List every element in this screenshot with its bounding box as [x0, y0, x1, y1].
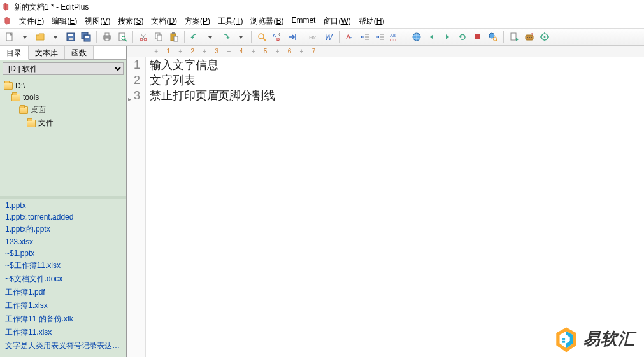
folder-label: 桌面 [31, 104, 46, 115]
save-button[interactable] [64, 30, 78, 44]
file-item[interactable]: 工作簿1.xlsx [0, 299, 126, 312]
file-list[interactable]: 1.pptx1.pptx.torrent.added1.pptx的.pptx12… [0, 199, 126, 357]
undo-button[interactable] [188, 30, 202, 44]
file-item[interactable]: ~$工作簿11.xlsx [0, 259, 126, 272]
svg-point-48 [527, 37, 528, 38]
ruler: ----+----1----+----2----+----3----+----4… [127, 46, 644, 57]
goto-button[interactable] [285, 30, 299, 44]
menu-2[interactable]: 视图(V) [81, 15, 114, 28]
browser-home-button[interactable] [410, 30, 424, 44]
code-line[interactable]: 输入文字信息 [150, 57, 644, 73]
indent-button[interactable] [373, 30, 387, 44]
editor[interactable]: 123 输入文字信息文字列表禁止打印页眉页脚分割线 [127, 57, 644, 357]
svg-line-23 [263, 38, 266, 41]
macro-button[interactable]: ? [522, 30, 536, 44]
drive-select-input[interactable]: [D:] 软件 [3, 62, 124, 75]
refresh-button[interactable] [455, 30, 469, 44]
svg-point-22 [259, 34, 264, 39]
line-number: 2 [127, 73, 140, 88]
file-item[interactable]: 1.pptx的.pptx [0, 223, 126, 236]
file-item[interactable]: 文字是人类用表义符号记录表达信! [0, 339, 126, 353]
outdent-button[interactable] [358, 30, 372, 44]
menu-5[interactable]: 方案(P) [181, 15, 214, 28]
file-item[interactable]: ~$1.pptx [0, 248, 126, 259]
run-button[interactable] [507, 30, 521, 44]
svg-rect-2 [68, 34, 73, 36]
code-line[interactable]: 禁止打印页眉页脚分割线 [150, 88, 644, 103]
file-item[interactable]: 123.xlsx [0, 236, 126, 248]
paste-button[interactable] [167, 30, 181, 44]
folder-item[interactable]: 文件 [0, 116, 126, 130]
preview-button[interactable] [115, 30, 129, 44]
svg-rect-8 [105, 33, 109, 36]
folder-icon [11, 94, 20, 101]
folder-item[interactable]: tools [0, 92, 126, 103]
menu-1[interactable]: 编辑(E) [48, 15, 81, 28]
file-item[interactable]: 工作簿1.pdf [0, 286, 126, 299]
file-item[interactable]: 工作簿11.xlsx [0, 326, 126, 339]
toolbar: AB Hx W Aa ABCD ? [0, 28, 644, 46]
svg-rect-42 [475, 34, 480, 39]
new-file-button[interactable] [3, 30, 17, 44]
browser-back-button[interactable] [425, 30, 439, 44]
sidebar-tab-functions[interactable]: 函数 [65, 46, 94, 59]
svg-rect-62 [562, 341, 565, 343]
redo-button[interactable] [218, 30, 233, 44]
browser-fwd-button[interactable] [440, 30, 454, 44]
file-item[interactable]: 1.pptx [0, 200, 126, 211]
app-icon [3, 3, 11, 11]
line-number: 3 [127, 88, 140, 103]
drive-selector[interactable]: [D:] 软件 [3, 62, 124, 75]
svg-rect-18 [157, 35, 162, 41]
menu-9[interactable]: 窗口(W) [319, 15, 354, 28]
replace-button[interactable]: AB [270, 30, 284, 44]
open-file-button[interactable] [33, 30, 47, 44]
file-item[interactable]: ~$文档文件.docx [0, 272, 126, 286]
menu-3[interactable]: 搜索(S) [114, 15, 147, 28]
copy-button[interactable] [152, 30, 166, 44]
watermark: 易软汇 [554, 326, 635, 351]
sidebar-tab-directory[interactable]: 目录 [0, 46, 29, 60]
menu-0[interactable]: 文件(F) [15, 15, 48, 28]
menu-8[interactable]: Emmet [287, 15, 319, 28]
print-button[interactable] [100, 30, 114, 44]
svg-text:A: A [273, 33, 276, 38]
wordwrap-button[interactable]: W [322, 30, 336, 44]
menu-6[interactable]: 工具(T) [214, 15, 247, 28]
app-menu-icon[interactable] [4, 17, 13, 25]
redo-dropdown[interactable] [234, 30, 248, 44]
folder-icon [4, 82, 13, 90]
folder-item[interactable]: 桌面 [0, 103, 126, 116]
code-content[interactable]: 输入文字信息文字列表禁止打印页眉页脚分割线 [146, 57, 644, 357]
undo-dropdown[interactable] [203, 30, 217, 44]
settings-button[interactable] [538, 30, 552, 44]
new-file-dropdown[interactable] [18, 30, 32, 44]
window-title: 新的文档1 * - EditPlus [14, 2, 89, 13]
sidebar: 目录 文本库 函数 [D:] 软件 D:\tools桌面文件 1.pptx1.p… [0, 46, 127, 357]
watermark-icon [554, 326, 578, 351]
cut-button[interactable] [136, 30, 150, 44]
editor-area: ----+----1----+----2----+----3----+----4… [127, 46, 644, 357]
stop-button[interactable] [471, 30, 485, 44]
file-item[interactable]: 1.pptx.torrent.added [0, 211, 126, 223]
menu-4[interactable]: 文档(D) [147, 15, 181, 28]
menu-7[interactable]: 浏览器(B) [247, 15, 287, 28]
find-button[interactable] [255, 30, 269, 44]
open-dropdown[interactable] [48, 30, 62, 44]
font-button[interactable]: Aa [343, 30, 357, 44]
sidebar-tab-cliptext[interactable]: 文本库 [29, 46, 65, 59]
menu-10[interactable]: 帮助(H) [355, 15, 389, 28]
folder-tree[interactable]: D:\tools桌面文件 [0, 78, 126, 199]
spellcheck-button[interactable]: ABCD [389, 30, 403, 44]
svg-line-45 [496, 40, 497, 41]
folder-item[interactable]: D:\ [0, 80, 126, 92]
folder-label: tools [23, 93, 39, 102]
file-item[interactable]: 工作簿11 的备份.xlk [0, 312, 126, 326]
preview-browser-button[interactable] [486, 30, 500, 44]
hex-button[interactable]: Hx [306, 30, 320, 44]
save-all-button[interactable] [79, 30, 93, 44]
line-gutter: 123 [127, 57, 146, 357]
svg-line-12 [125, 39, 127, 41]
svg-rect-21 [174, 36, 178, 41]
code-line[interactable]: 文字列表 [150, 73, 644, 88]
